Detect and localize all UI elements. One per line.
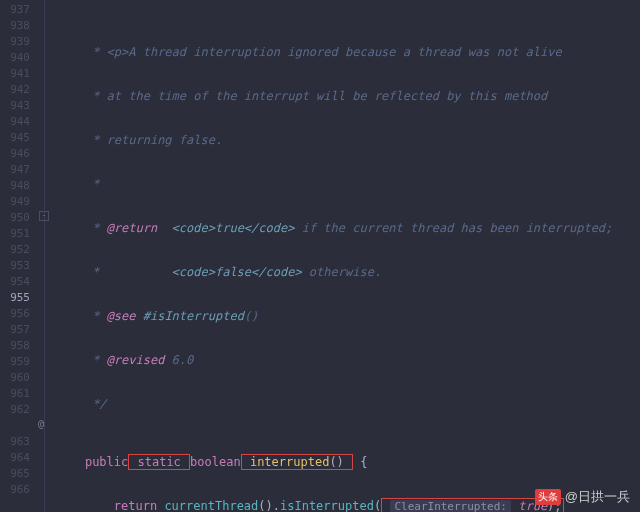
code-line: * @revised 6.0 <box>56 352 640 368</box>
gutter-annotation-icon: @ <box>38 418 44 429</box>
code-line: * at the time of the interrupt will be r… <box>56 88 640 104</box>
fold-marker[interactable]: - <box>39 211 49 221</box>
line-number: 953 <box>4 258 30 274</box>
line-number: 963 <box>4 434 30 450</box>
code-line: public static boolean interrupted() { <box>56 454 640 470</box>
line-number-gutter: 9379389399409419429439449459469479489499… <box>0 0 38 512</box>
line-number: 957 <box>4 322 30 338</box>
line-number: 955 <box>4 290 30 306</box>
code-line: * <code>false</code> otherwise. <box>56 264 640 280</box>
line-number: 956 <box>4 306 30 322</box>
line-number: 938 <box>4 18 30 34</box>
line-number: 947 <box>4 162 30 178</box>
code-editor[interactable]: 9379389399409419429439449459469479489499… <box>0 0 640 512</box>
code-line: * @return <code>true</code> if the curre… <box>56 220 640 236</box>
line-number: 946 <box>4 146 30 162</box>
line-number: 951 <box>4 226 30 242</box>
line-number: 939 <box>4 34 30 50</box>
line-number: 960 <box>4 370 30 386</box>
code-line: * returning false. <box>56 132 640 148</box>
code-line: * <p>A thread interruption ignored becau… <box>56 44 640 60</box>
line-number: 949 <box>4 194 30 210</box>
code-line: * @see #isInterrupted() <box>56 308 640 324</box>
watermark: 头条 @日拱一兵 <box>535 488 630 506</box>
line-number: 950 <box>4 210 30 226</box>
code-line: */ <box>56 396 640 412</box>
code-line: * <box>56 176 640 192</box>
line-number: 943 <box>4 98 30 114</box>
line-number: 958 <box>4 338 30 354</box>
line-number: 966 <box>4 482 30 498</box>
line-number: 945 <box>4 130 30 146</box>
fold-column: - @ <box>38 0 52 512</box>
line-number: 959 <box>4 354 30 370</box>
line-number: 961 <box>4 386 30 402</box>
line-number: 965 <box>4 466 30 482</box>
line-number: 941 <box>4 66 30 82</box>
code-area[interactable]: * <p>A thread interruption ignored becau… <box>52 0 640 512</box>
watermark-handle: @日拱一兵 <box>565 488 630 506</box>
parameter-hint: ClearInterrupted: <box>390 500 511 512</box>
highlight-box-red: static <box>128 454 190 470</box>
line-number: 954 <box>4 274 30 290</box>
line-number: 948 <box>4 178 30 194</box>
line-number: 962 <box>4 402 30 418</box>
line-number: 944 <box>4 114 30 130</box>
watermark-logo: 头条 <box>535 489 561 505</box>
line-number: 952 <box>4 242 30 258</box>
line-number: 937 <box>4 2 30 18</box>
line-number: 964 <box>4 450 30 466</box>
line-number <box>4 418 30 434</box>
highlight-box-red: interrupted() <box>241 454 353 470</box>
line-number: 940 <box>4 50 30 66</box>
line-number: 942 <box>4 82 30 98</box>
